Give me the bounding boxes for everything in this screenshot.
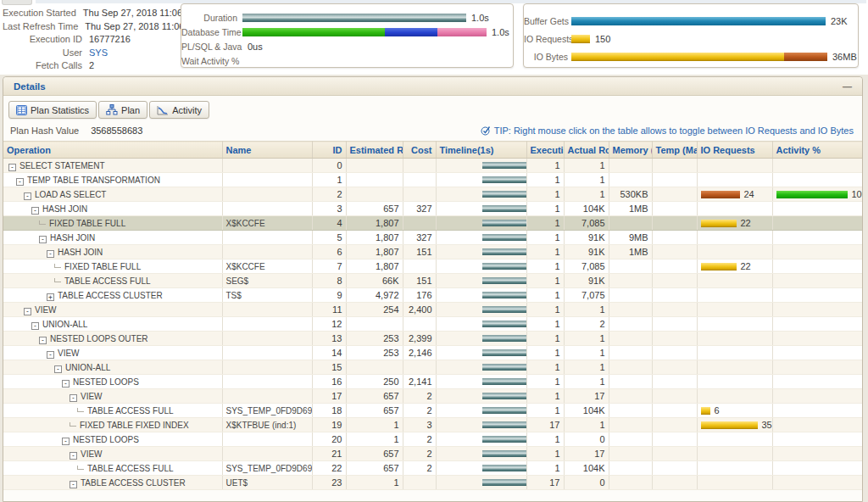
column-header[interactable]: Name [222,142,312,159]
operation-label: TABLE ACCESS FULL [87,406,174,416]
tree-collapse-icon[interactable]: - [70,394,77,402]
actual-cell: 104K [564,202,609,216]
actual-cell: 1 [564,375,609,389]
tree-collapse-icon[interactable]: - [70,452,77,460]
tree-collapse-icon[interactable]: - [54,365,62,373]
table-row[interactable]: FIXED TABLE FULLX$KCCFE41,80717,08522 [3,216,862,231]
tree-collapse-icon[interactable]: - [70,481,77,488]
table-row[interactable]: +TABLE ACCESS CLUSTERTS$94,97217617,075 [3,288,862,303]
timeline-bar [482,234,527,241]
cost-cell: 3 [403,418,436,432]
io-requests-cell: 35 [697,418,772,432]
column-header[interactable]: IO Requests [697,142,772,159]
details-title: Details [14,81,46,92]
minimize-icon[interactable]: — [843,81,852,92]
est-cell [346,317,403,332]
table-row[interactable]: -NESTED LOOPS OUTER132532,39911 [3,332,862,346]
column-header[interactable]: ID [312,142,346,159]
actual-cell: 1 [564,332,609,346]
table-row[interactable]: -NESTED LOOPS201210 [3,432,862,447]
activity-cell [772,476,862,490]
table-row[interactable]: -SELECT STATEMENT011 [3,159,862,173]
io-requests-cell [697,360,772,375]
table-row[interactable]: -VIEW216572117 [3,447,862,461]
mem-cell [609,346,652,360]
timeline-cell [436,360,526,375]
temp-cell [652,476,697,490]
timeline-cell [436,274,526,288]
timeline-cell [436,288,526,303]
operation-label: VIEW [81,449,103,459]
tab-label: Plan Statistics [31,105,89,115]
table-row[interactable]: -VIEW176572117 [3,389,862,404]
table-row[interactable]: -UNION-ALL1511 [3,360,862,375]
io-requests-cell [697,245,772,259]
table-row[interactable]: -VIEW112542,40011 [3,303,862,317]
tree-collapse-icon[interactable]: - [24,192,31,200]
table-row[interactable]: -HASH JOIN51,807327191K9MB [3,231,862,245]
column-header[interactable]: Temp (Ma... [652,142,697,159]
cost-cell: 176 [403,288,436,303]
tree-collapse-icon[interactable]: - [62,380,70,388]
metric-row: PL/SQL & Java0us [181,39,513,53]
est-cell: 253 [346,346,403,360]
mem-cell [609,447,652,461]
table-row[interactable]: -HASH JOIN36573271104K1MB [3,202,862,216]
column-header[interactable]: Executi... [526,142,564,159]
tree-leaf-connector [54,264,61,268]
tree-collapse-icon[interactable]: - [47,351,54,359]
mem-cell [609,274,652,288]
tree-collapse-icon[interactable]: - [39,337,47,344]
tree-collapse-icon[interactable]: - [47,250,54,258]
tab-plan-statistics[interactable]: Plan Statistics [8,101,97,119]
cost-cell: 2,146 [403,346,436,360]
timeline-bar [482,335,527,342]
timeline-bar [482,364,527,371]
column-header[interactable]: Estimated R... [346,142,403,159]
actual-cell: 91K [564,274,609,288]
column-header[interactable]: Timeline(1s) [436,142,526,159]
column-header[interactable]: Memory (... [609,142,652,159]
tree-collapse-icon[interactable]: - [31,322,39,330]
table-row[interactable]: -TEMP TABLE TRANSFORMATION111 [3,173,862,187]
column-header[interactable]: Operation [3,142,222,159]
metric-value[interactable]: 0us [248,42,263,52]
name-cell [222,317,312,332]
tree-collapse-icon[interactable]: - [8,164,16,171]
summary-field-link[interactable]: SYS [89,47,108,60]
tab-activity[interactable]: Activity [149,101,209,119]
tree-collapse-icon[interactable]: - [16,178,24,186]
name-cell: X$KCCFE [222,259,312,274]
tree-expand-icon[interactable]: + [47,293,54,301]
mem-cell: 1MB [609,245,652,259]
table-row[interactable]: -NESTED LOOPS162502,14111 [3,375,862,389]
timeline-cell [436,216,526,231]
plan-table-header-row: OperationNameIDEstimated R...CostTimelin… [3,142,862,159]
mem-cell: 530KB [609,187,652,202]
bar-segment [242,14,466,22]
column-header[interactable]: Actual Ro... [564,142,609,159]
table-row[interactable]: -HASH JOIN61,807151191K1MB [3,245,862,259]
timeline-bar [482,176,527,183]
io-requests-cell [697,159,772,173]
table-row[interactable]: -TABLE ACCESS CLUSTERUET$231170 [3,476,862,490]
column-header[interactable]: Cost [403,142,436,159]
tab-plan[interactable]: Plan [98,101,147,119]
tree-collapse-icon[interactable]: - [24,308,31,315]
cost-cell: 2 [403,389,436,404]
table-row[interactable]: -LOAD AS SELECT211530KB24100 [3,187,862,202]
tree-collapse-icon[interactable]: - [39,236,47,243]
activity-cell [772,259,862,274]
tree-collapse-icon[interactable]: - [31,207,39,215]
table-row[interactable]: -VIEW142532,14611 [3,346,862,360]
table-row[interactable]: TABLE ACCESS FULLSEG$866K151191K [3,274,862,288]
tree-collapse-icon[interactable]: - [62,438,70,445]
column-header[interactable]: Activity % [772,142,862,159]
table-row[interactable]: TABLE ACCESS FULLSYS_TEMP_0FD9D69D0_EA18… [3,404,862,418]
table-row[interactable]: FIXED TABLE FULLX$KCCFE71,80717,08522 [3,259,862,274]
table-row[interactable]: TABLE ACCESS FULLSYS_TEMP_0FD9D69D0_EA22… [3,461,862,476]
table-row[interactable]: FIXED TABLE FIXED INDEXX$KTFBUE (ind:1)1… [3,418,862,432]
est-cell: 657 [346,202,403,216]
table-row[interactable]: -UNION-ALL1212 [3,317,862,332]
name-cell [222,389,312,404]
